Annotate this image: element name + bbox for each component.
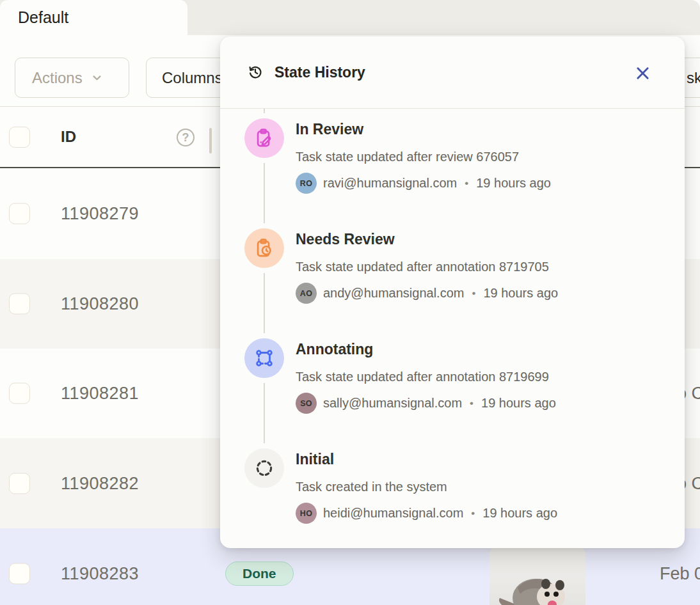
entry-email: heidi@humansignal.com bbox=[323, 506, 463, 521]
history-icon bbox=[247, 64, 264, 81]
state-history-modal: State History bbox=[220, 36, 685, 548]
avatar: SO bbox=[296, 393, 317, 414]
entry-meta: SO sally@humansignal.com • 19 hours ago bbox=[296, 393, 556, 414]
entry-description: Task state updated after annotation 8719… bbox=[296, 368, 556, 385]
chevron-down-icon bbox=[91, 72, 102, 83]
entry-email: ravi@humansignal.com bbox=[323, 176, 457, 191]
task-id-cell: 11908281 bbox=[61, 384, 139, 404]
entry-description: Task created in the system bbox=[296, 478, 557, 495]
entry-meta: RO ravi@humansignal.com • 19 hours ago bbox=[296, 173, 551, 194]
close-icon bbox=[635, 66, 650, 81]
clipboard-clock-icon bbox=[244, 228, 284, 268]
task-thumbnail-image bbox=[489, 547, 585, 605]
actions-button-label: Actions bbox=[32, 69, 83, 87]
row-checkbox[interactable] bbox=[9, 294, 30, 315]
task-id-cell: 11908282 bbox=[61, 473, 139, 493]
row-checkbox[interactable] bbox=[9, 563, 30, 585]
timeline-entry: Needs Review Task state updated after an… bbox=[244, 228, 685, 338]
entry-text: Annotating Task state updated after anno… bbox=[296, 338, 556, 448]
timeline-entry: Annotating Task state updated after anno… bbox=[244, 338, 685, 448]
timeline-entry: In Review Task state updated after revie… bbox=[244, 118, 685, 228]
columns-button-label: Columns bbox=[162, 69, 223, 87]
row-checkbox[interactable] bbox=[9, 383, 30, 404]
help-icon[interactable]: ? bbox=[177, 129, 195, 146]
avatar: AO bbox=[296, 283, 317, 304]
avatar: RO bbox=[296, 173, 317, 194]
entry-text: Needs Review Task state updated after an… bbox=[296, 228, 558, 338]
modal-title: State History bbox=[274, 64, 365, 81]
task-id-cell: 11908283 bbox=[61, 564, 139, 584]
entry-meta: AO andy@humansignal.com • 19 hours ago bbox=[296, 283, 558, 304]
toolbar-right-button-label-fragment: sk bbox=[687, 69, 700, 87]
tab-default[interactable]: Default bbox=[0, 0, 187, 35]
entry-description: Task state updated after review 676057 bbox=[296, 148, 551, 165]
row-checkbox[interactable] bbox=[9, 473, 30, 494]
entry-separator: • bbox=[471, 507, 475, 520]
entry-text: In Review Task state updated after revie… bbox=[296, 118, 551, 228]
entry-text: Initial Task created in the system HO he… bbox=[296, 448, 557, 524]
entry-email: andy@humansignal.com bbox=[323, 286, 464, 301]
screen: Default Actions Columns sk ID ? no 11908… bbox=[0, 0, 700, 605]
row-checkbox[interactable] bbox=[9, 203, 30, 224]
timeline-entry: Initial Task created in the system HO he… bbox=[244, 448, 685, 524]
tab-bar: Default bbox=[0, 0, 700, 35]
date-cell-fragment: Feb 0 bbox=[660, 564, 700, 584]
bounding-box-icon bbox=[244, 338, 284, 378]
entry-state: Annotating bbox=[296, 340, 556, 358]
select-all-checkbox[interactable] bbox=[9, 127, 30, 148]
modal-header: State History bbox=[220, 36, 685, 109]
status-badge: Done bbox=[225, 562, 294, 586]
entry-separator: • bbox=[472, 287, 475, 300]
task-id-cell: 11908280 bbox=[61, 294, 139, 314]
tab-label: Default bbox=[18, 8, 68, 27]
entry-email: sally@humansignal.com bbox=[323, 396, 462, 411]
close-button[interactable] bbox=[630, 60, 655, 86]
entry-time: 19 hours ago bbox=[483, 286, 558, 301]
entry-time: 19 hours ago bbox=[476, 176, 551, 191]
entry-time: 19 hours ago bbox=[481, 396, 556, 411]
entry-meta: HO heidi@humansignal.com • 19 hours ago bbox=[296, 503, 557, 524]
entry-separator: • bbox=[470, 397, 473, 410]
clipboard-edit-icon bbox=[244, 118, 284, 158]
entry-state: Needs Review bbox=[296, 230, 558, 248]
modal-body: In Review Task state updated after revie… bbox=[220, 109, 685, 524]
dashed-circle-icon bbox=[244, 448, 284, 488]
entry-state: In Review bbox=[296, 120, 551, 138]
column-header-id[interactable]: ID bbox=[61, 128, 76, 146]
task-id-cell: 11908279 bbox=[61, 204, 139, 224]
entry-description: Task state updated after annotation 8719… bbox=[296, 258, 558, 275]
entry-time: 19 hours ago bbox=[482, 506, 557, 521]
avatar: HO bbox=[296, 503, 317, 524]
column-resize-handle[interactable] bbox=[209, 128, 212, 153]
actions-button[interactable]: Actions bbox=[15, 58, 129, 98]
state-history-timeline: In Review Task state updated after revie… bbox=[220, 109, 685, 524]
entry-separator: • bbox=[465, 177, 468, 190]
entry-state: Initial bbox=[296, 450, 557, 468]
